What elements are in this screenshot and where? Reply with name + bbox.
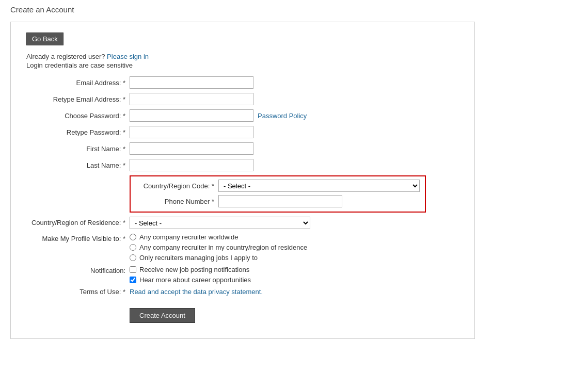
residence-row: Country/Region of Residence: * - Select … bbox=[26, 217, 459, 229]
radio-worldwide-label: Any company recruiter worldwide bbox=[139, 233, 238, 241]
radio-country-label: Any company recruiter in my country/regi… bbox=[139, 244, 307, 251]
residence-label: Country/Region of Residence: * bbox=[26, 218, 130, 228]
radio-managing[interactable]: Only recruiters managing jobs I apply to bbox=[130, 254, 307, 262]
country-code-select[interactable]: - Select - bbox=[218, 180, 420, 192]
email-row: Email Address: * bbox=[26, 76, 459, 89]
profile-visible-radio-group: Any company recruiter worldwide Any comp… bbox=[130, 233, 307, 262]
create-account-row: Create Account bbox=[26, 303, 459, 323]
checkbox-career-opportunities-label: Hear more about career opportunities bbox=[139, 276, 251, 284]
last-name-input[interactable] bbox=[130, 159, 253, 171]
radio-country-input[interactable] bbox=[130, 244, 136, 251]
first-name-label: First Name: * bbox=[26, 145, 130, 153]
choose-password-row: Choose Password: * Password Policy bbox=[26, 109, 459, 122]
phone-number-row: Phone Number * bbox=[136, 195, 420, 207]
terms-row: Terms of Use: * Read and accept the data… bbox=[26, 288, 459, 296]
highlighted-block: Country/Region Code: * - Select - Phone … bbox=[130, 175, 426, 213]
terms-link[interactable]: Read and accept the data privacy stateme… bbox=[130, 288, 263, 296]
residence-select[interactable]: - Select - bbox=[130, 217, 310, 229]
terms-label: Terms of Use: * bbox=[26, 288, 130, 296]
radio-managing-input[interactable] bbox=[130, 254, 136, 261]
first-name-row: First Name: * bbox=[26, 142, 459, 155]
highlighted-section-row: Country/Region Code: * - Select - Phone … bbox=[26, 175, 459, 213]
email-label: Email Address: * bbox=[26, 79, 130, 87]
radio-country[interactable]: Any company recruiter in my country/regi… bbox=[130, 244, 307, 251]
last-name-row: Last Name: * bbox=[26, 159, 459, 171]
radio-managing-label: Only recruiters managing jobs I apply to bbox=[139, 254, 258, 262]
radio-worldwide[interactable]: Any company recruiter worldwide bbox=[130, 233, 307, 241]
first-name-input[interactable] bbox=[130, 142, 253, 155]
phone-number-label: Phone Number * bbox=[136, 198, 218, 205]
choose-password-label: Choose Password: * bbox=[26, 112, 130, 120]
checkbox-job-posting-label: Receive new job posting notifications bbox=[139, 266, 249, 273]
checkbox-career-opportunities[interactable]: Hear more about career opportunities bbox=[130, 276, 251, 284]
go-back-button[interactable]: Go Back bbox=[26, 33, 63, 45]
retype-email-label: Retype Email Address: * bbox=[26, 95, 130, 103]
profile-visible-row: Make My Profile Visible to: * Any compan… bbox=[26, 233, 459, 262]
already-registered-label: Already a registered user? bbox=[26, 53, 105, 60]
country-code-label: Country/Region Code: * bbox=[136, 182, 218, 190]
checkbox-career-opportunities-input[interactable] bbox=[130, 277, 136, 283]
checkbox-job-posting-input[interactable] bbox=[130, 266, 136, 273]
create-account-button[interactable]: Create Account bbox=[130, 308, 195, 323]
notification-label: Notification: bbox=[26, 266, 130, 274]
case-sensitive-text: Login credentials are case sensitive bbox=[26, 61, 459, 69]
password-policy-link[interactable]: Password Policy bbox=[258, 112, 307, 120]
page-title: Create an Account bbox=[10, 5, 578, 14]
registered-user-text: Already a registered user? Please sign i… bbox=[26, 53, 459, 60]
checkbox-job-posting[interactable]: Receive new job posting notifications bbox=[130, 266, 251, 273]
last-name-label: Last Name: * bbox=[26, 161, 130, 169]
notification-row: Notification: Receive new job posting no… bbox=[26, 266, 459, 284]
choose-password-input[interactable] bbox=[130, 109, 253, 122]
sign-in-link[interactable]: Please sign in bbox=[107, 53, 149, 60]
radio-worldwide-input[interactable] bbox=[130, 234, 136, 240]
profile-visible-label: Make My Profile Visible to: * bbox=[26, 233, 130, 244]
email-input[interactable] bbox=[130, 76, 253, 89]
country-code-row: Country/Region Code: * - Select - bbox=[136, 180, 420, 192]
retype-email-row: Retype Email Address: * bbox=[26, 93, 459, 105]
form-container: Go Back Already a registered user? Pleas… bbox=[10, 22, 475, 339]
retype-password-row: Retype Password: * bbox=[26, 126, 459, 138]
retype-password-input[interactable] bbox=[130, 126, 253, 138]
phone-number-input[interactable] bbox=[218, 195, 342, 207]
notification-checkbox-group: Receive new job posting notifications He… bbox=[130, 266, 251, 284]
retype-password-label: Retype Password: * bbox=[26, 128, 130, 136]
retype-email-input[interactable] bbox=[130, 93, 253, 105]
